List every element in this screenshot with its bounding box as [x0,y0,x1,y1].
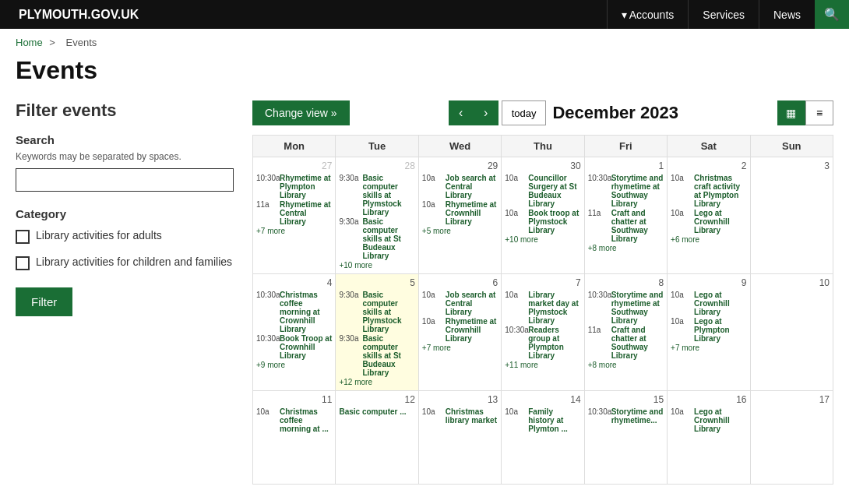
calendar-event[interactable]: 10aRhymetime at Crownhill Library [422,317,498,343]
calendar-event[interactable]: 10aLego at Crownhill Library [671,407,746,433]
calendar-day-1-3[interactable]: 710aLibrary market day at Plymstock Libr… [502,274,584,391]
calendar-event[interactable]: 11aCraft and chatter at Southway Library [588,326,664,360]
breadcrumb-home[interactable]: Home [16,37,43,48]
calendar-event[interactable]: 10aChristmas library market [422,407,498,425]
event-more[interactable]: +9 more [256,361,285,369]
event-more[interactable]: +7 more [256,227,285,235]
event-more[interactable]: +11 more [505,361,538,369]
calendar-event[interactable]: +10 more [339,261,414,270]
event-more[interactable]: +10 more [339,261,372,270]
calendar-today-button[interactable]: today [502,100,547,125]
calendar-event[interactable]: 11aCraft and chatter at Southway Library [588,209,664,243]
calendar-event[interactable]: 9:30aBasic computer skills at St Budeaux… [339,217,414,260]
cal-header-sat: Sat [668,136,750,157]
header-search-button[interactable]: 🔍 [815,0,849,29]
calendar-event[interactable]: +7 more [256,227,332,235]
calendar-day-1-4[interactable]: 810:30aStorytime and rhymetime at Southw… [584,274,667,391]
calendar-day-1-2[interactable]: 610aJob search at Central Library10aRhym… [418,274,501,391]
calendar-event[interactable]: +9 more [256,361,332,369]
calendar-event[interactable]: 10:30aReaders group at Plympton Library [505,326,580,360]
calendar-event[interactable]: 10aLibrary market day at Plymstock Libra… [505,291,580,325]
calendar-prev-button[interactable]: ‹ [449,100,474,125]
nav-accounts-label: ▾ Accounts [622,9,675,21]
calendar-day-2-2[interactable]: 1310aChristmas library market [418,391,501,485]
calendar-event[interactable]: +5 more [422,227,498,235]
event-more[interactable]: +8 more [588,361,617,369]
event-more[interactable]: +7 more [422,344,451,352]
calendar-list-view-button[interactable]: ≡ [805,100,833,125]
calendar-event[interactable]: 10:30aStorytime and rhymetime... [588,407,664,425]
category-adults-checkbox[interactable] [16,230,30,244]
calendar-day-0-6[interactable]: 3 [750,157,833,274]
calendar-day-2-3[interactable]: 1410aFamily history at Plymton ... [502,391,584,485]
event-more[interactable]: +8 more [588,244,617,252]
calendar-event[interactable]: 9:30aBasic computer skills at Plymstock … [339,174,414,217]
change-view-button[interactable]: Change view » [252,100,350,125]
calendar-day-0-2[interactable]: 2910aJob search at Central Library10aRhy… [418,157,501,274]
calendar-date-number: 4 [256,277,332,288]
calendar-event[interactable]: 10aRhymetime at Crownhill Library [422,200,498,226]
calendar-event[interactable]: 10aJob search at Central Library [422,174,498,199]
calendar-date-number: 9 [671,277,746,288]
calendar-day-1-1[interactable]: 59:30aBasic computer skills at Plymstock… [336,274,418,391]
calendar-event[interactable]: 10aFamily history at Plymton ... [505,407,580,433]
calendar-event[interactable]: +12 more [339,378,414,386]
filter-button[interactable]: Filter [16,287,72,316]
calendar-event[interactable]: 10aLego at Crownhill Library [671,209,746,234]
calendar-event[interactable]: 10:30aBook Troop at Crownhill Library [256,334,332,360]
event-more[interactable]: +12 more [339,378,372,386]
calendar-day-2-5[interactable]: 1610aLego at Crownhill Library [668,391,750,485]
calendar-day-0-3[interactable]: 3010aCouncillor Surgery at St Budeaux Li… [502,157,584,274]
calendar-event[interactable]: 10aLego at Crownhill Library [671,291,746,316]
calendar-event[interactable]: +6 more [671,235,746,244]
calendar-event[interactable]: +8 more [588,244,664,252]
calendar-event[interactable]: 10aBook troop at Plymstock Library [505,209,580,234]
calendar-event[interactable]: 9:30aBasic computer skills at Plymstock … [339,291,414,333]
calendar-date-number: 12 [339,394,414,405]
event-title: Storytime and rhymetime at Southway Libr… [611,174,664,208]
calendar-event[interactable]: 10aLego at Plympton Library [671,317,746,343]
calendar-day-2-0[interactable]: 1110aChristmas coffee morning at ... [253,391,336,485]
calendar-event[interactable]: +8 more [588,361,664,369]
event-time: 9:30a [339,291,361,333]
nav-news[interactable]: News [759,0,815,29]
event-more[interactable]: +5 more [422,227,451,235]
event-more[interactable]: +10 more [505,235,538,244]
calendar-day-1-5[interactable]: 910aLego at Crownhill Library10aLego at … [668,274,750,391]
calendar-day-2-6[interactable]: 17 [750,391,833,485]
calendar-event[interactable]: 10aCouncillor Surgery at St Budeaux Libr… [505,174,580,208]
calendar-day-0-1[interactable]: 289:30aBasic computer skills at Plymstoc… [336,157,418,274]
event-more[interactable]: +7 more [671,344,699,352]
calendar-day-0-5[interactable]: 210aChristmas craft activity at Plympton… [668,157,750,274]
category-title: Category [16,207,234,220]
nav-accounts[interactable]: ▾ Accounts [607,0,689,29]
calendar-event[interactable]: 10aChristmas craft activity at Plympton … [671,174,746,208]
calendar-event[interactable]: 10:30aStorytime and rhymetime at Southwa… [588,291,664,325]
calendar-event[interactable]: 9:30aBasic computer skills at St Budeaux… [339,334,414,377]
calendar-event[interactable]: 11aRhymetime at Central Library [256,200,332,226]
calendar-event[interactable]: 10aJob search at Central Library [422,291,498,316]
nav-services[interactable]: Services [688,0,759,29]
calendar-day-1-6[interactable]: 10 [750,274,833,391]
calendar-event[interactable]: Basic computer ... [339,407,414,416]
calendar-day-0-0[interactable]: 2710:30aRhymetime at Plympton Library11a… [253,157,336,274]
cal-header-mon: Mon [253,136,336,157]
calendar-day-2-1[interactable]: 12Basic computer ... [336,391,418,485]
calendar-event[interactable]: 10:30aChristmas coffee morning at Crownh… [256,291,332,333]
calendar-event[interactable]: 10:30aStorytime and rhymetime at Southwa… [588,174,664,208]
event-more[interactable]: +6 more [671,235,699,244]
search-input[interactable] [16,168,234,192]
calendar-day-1-0[interactable]: 410:30aChristmas coffee morning at Crown… [253,274,336,391]
calendar-day-2-4[interactable]: 1510:30aStorytime and rhymetime... [584,391,667,485]
calendar-day-0-4[interactable]: 110:30aStorytime and rhymetime at Southw… [584,157,667,274]
calendar-grid-view-button[interactable]: ▦ [777,100,805,125]
calendar-event[interactable]: +11 more [505,361,580,369]
calendar-event[interactable]: +7 more [671,344,746,352]
calendar-next-button[interactable]: › [474,100,498,125]
calendar-date-number: 15 [588,394,664,405]
calendar-event[interactable]: 10aChristmas coffee morning at ... [256,407,332,433]
category-children-checkbox[interactable] [16,256,30,270]
calendar-event[interactable]: +7 more [422,344,498,352]
calendar-event[interactable]: +10 more [505,235,580,244]
calendar-event[interactable]: 10:30aRhymetime at Plympton Library [256,174,332,199]
